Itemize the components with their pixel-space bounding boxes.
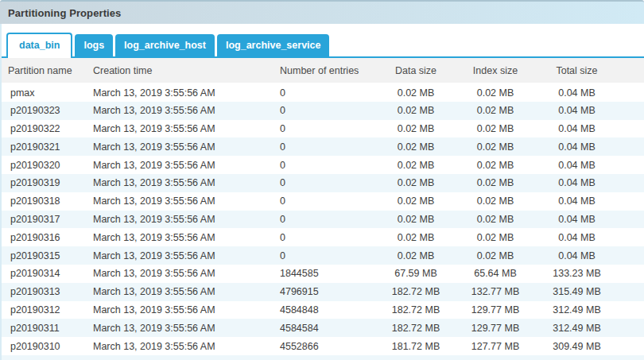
column-header: Number of entries	[272, 58, 371, 83]
table-cell: 0.02 MB	[461, 83, 530, 102]
table-cell: 0.02 MB	[371, 174, 461, 192]
table-row: p20190311March 13, 2019 3:55:56 AM458458…	[2, 319, 644, 337]
table-cell: 4584584	[272, 319, 371, 337]
panel-title: Partitioning Properties	[8, 7, 121, 19]
partitions-table: Partition nameCreation timeNumber of ent…	[2, 58, 644, 360]
table-row: p20190317March 13, 2019 3:55:56 AM00.02 …	[2, 211, 644, 229]
table-cell: 129.77 MB	[461, 301, 530, 319]
table-cell: 0.04 MB	[530, 192, 624, 211]
table-cell: p20190310	[2, 337, 85, 355]
panel-titlebar: Partitioning Properties	[0, 0, 644, 24]
table-row: p20190312March 13, 2019 3:55:56 AM458484…	[2, 301, 644, 319]
tab-logs[interactable]: logs	[75, 34, 113, 56]
table-cell: 0	[272, 83, 371, 102]
table-row: p20190314March 13, 2019 3:55:56 AM184458…	[2, 265, 644, 283]
column-header: Creation time	[85, 58, 272, 83]
table-cell	[624, 355, 644, 360]
table-cell: 0.02 MB	[461, 174, 530, 192]
table-row: p20190310March 13, 2019 3:55:56 AM455286…	[2, 337, 644, 355]
table-cell-filler	[624, 102, 644, 120]
table-row: p20190320March 13, 2019 3:55:56 AM00.02 …	[2, 156, 644, 174]
table-cell-filler	[624, 319, 644, 337]
table-cell: p20190318	[2, 192, 85, 211]
table-cell: March 13, 2019 3:55:56 AM	[85, 102, 272, 120]
table-cell	[530, 355, 624, 360]
table-cell: 0.02 MB	[371, 137, 461, 156]
table-cell: 133.23 MB	[530, 265, 624, 283]
table-cell: March 13, 2019 3:55:56 AM	[85, 174, 272, 192]
table-cell: 0.02 MB	[371, 228, 461, 246]
table-cell: March 13, 2019 3:55:56 AM	[85, 337, 272, 355]
table-cell: 0	[272, 156, 371, 174]
column-header: Data size	[371, 58, 461, 83]
table-cell-filler	[624, 301, 644, 319]
table-cell: 0	[272, 192, 371, 211]
table-cell-filler	[624, 246, 644, 265]
table-cell: 0.02 MB	[371, 192, 461, 211]
table-cell: 0.02 MB	[371, 83, 461, 102]
table-cell: 0	[272, 211, 371, 229]
table-row: p20190318March 13, 2019 3:55:56 AM00.02 …	[2, 192, 644, 211]
table-cell: 0.02 MB	[371, 246, 461, 265]
table-cell: 182.72 MB	[371, 301, 461, 319]
table-cell-filler	[624, 265, 644, 283]
tab-log_archive_service[interactable]: log_archive_service	[217, 34, 330, 56]
table-cell: 0.04 MB	[530, 83, 624, 102]
table-row: p20190319March 13, 2019 3:55:56 AM00.02 …	[2, 174, 644, 192]
table-cell-filler	[624, 120, 644, 138]
table-cell-filler	[624, 337, 644, 355]
table-cell: pmax	[2, 83, 85, 102]
table-cell	[371, 355, 461, 360]
tab-strip: data_binlogslog_archive_hostlog_archive_…	[2, 24, 644, 58]
table-cell: March 13, 2019 3:55:56 AM	[85, 83, 272, 102]
table-cell: 1844585	[272, 265, 371, 283]
table-cell: 0.02 MB	[371, 211, 461, 229]
tab-label: log_archive_service	[226, 40, 321, 51]
table-cell: 0.04 MB	[530, 156, 624, 174]
table-cell: March 13, 2019 3:55:56 AM	[85, 246, 272, 265]
table-cell: 0.02 MB	[461, 156, 530, 174]
table-cell: 127.77 MB	[461, 337, 530, 355]
table-cell-filler	[624, 137, 644, 156]
table-cell: 0	[272, 102, 371, 120]
table-cell: p20190314	[2, 265, 85, 283]
column-header: Partition name	[2, 58, 85, 83]
tab-data_bin[interactable]: data_bin	[6, 33, 72, 58]
table-cell: 0.04 MB	[530, 120, 624, 138]
panel-content: data_binlogslog_archive_hostlog_archive_…	[0, 24, 644, 360]
table-cell: p20190319	[2, 174, 85, 192]
table-cell: 181.72 MB	[371, 337, 461, 355]
table-cell	[85, 355, 272, 360]
table-cell-filler	[624, 83, 644, 102]
table-cell-filler	[624, 283, 644, 301]
table-row: p20190315March 13, 2019 3:55:56 AM00.02 …	[2, 246, 644, 265]
column-header-filler	[624, 58, 644, 83]
table-cell: 182.72 MB	[371, 319, 461, 337]
table-cell: 132.77 MB	[461, 283, 530, 301]
table-cell: 312.49 MB	[530, 319, 624, 337]
table-row-partial	[2, 355, 644, 360]
table-cell: 315.49 MB	[530, 283, 624, 301]
table-cell: 65.64 MB	[461, 265, 530, 283]
tab-log_archive_host[interactable]: log_archive_host	[115, 34, 215, 56]
table-cell: 0.02 MB	[461, 192, 530, 211]
table-cell: 0	[272, 228, 371, 246]
tab-label: log_archive_host	[124, 40, 206, 51]
table-cell-filler	[624, 174, 644, 192]
table-cell: 0.04 MB	[530, 137, 624, 156]
table-cell: p20190322	[2, 120, 85, 138]
table-cell: p20190323	[2, 102, 85, 120]
table-cell: March 13, 2019 3:55:56 AM	[85, 137, 272, 156]
table-cell: 0.02 MB	[461, 120, 530, 138]
table-cell: 0.04 MB	[530, 102, 624, 120]
tab-label: data_bin	[19, 40, 60, 51]
table-cell: 0.02 MB	[371, 156, 461, 174]
table-cell: p20190317	[2, 211, 85, 229]
table-cell: p20190313	[2, 283, 85, 301]
table-row: p20190313March 13, 2019 3:55:56 AM479691…	[2, 283, 644, 301]
table-cell: 312.49 MB	[530, 301, 624, 319]
table-cell: 0	[272, 174, 371, 192]
table-cell: p20190321	[2, 137, 85, 156]
table-cell-filler	[624, 211, 644, 229]
table-cell: 0.02 MB	[461, 228, 530, 246]
